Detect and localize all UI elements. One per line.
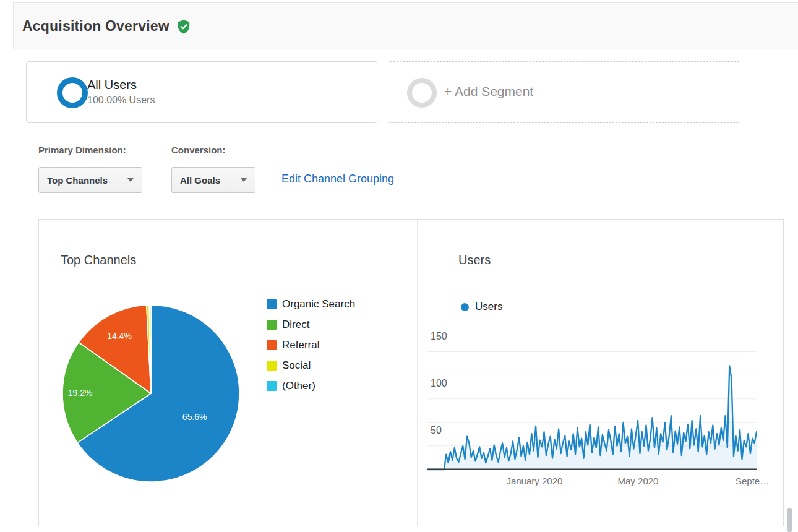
line-chart-area: 150 100 50 January 2020 May 2020 Septe… — [427, 327, 757, 470]
pie-chart: 65.6%19.2%14.4% — [61, 304, 241, 483]
legend-swatch-other — [267, 381, 277, 391]
primary-dimension-value: Top Channels — [47, 175, 108, 186]
page-header: Acquisition Overview — [13, 2, 798, 49]
legend-item: Organic Search — [267, 294, 355, 314]
conversion-value: All Goals — [180, 175, 220, 186]
segment-circle-icon-empty — [407, 78, 437, 108]
chevron-down-icon — [127, 178, 134, 182]
legend-swatch-direct — [267, 320, 277, 330]
conversion-label: Conversion: — [171, 145, 226, 155]
primary-dimension-label: Primary Dimension: — [38, 145, 126, 155]
x-axis-tick: May 2020 — [618, 476, 659, 486]
legend-item: Direct — [267, 314, 355, 335]
segment-card-all-users[interactable]: All Users 100.00% Users — [26, 61, 377, 123]
page-title: Acquisition Overview — [22, 18, 169, 35]
legend-swatch-social — [267, 361, 277, 371]
primary-dimension-dropdown[interactable]: Top Channels — [38, 167, 142, 193]
y-axis-tick: 50 — [431, 425, 442, 436]
svg-text:65.6%: 65.6% — [182, 412, 207, 422]
segment-circle-icon — [57, 77, 88, 108]
svg-text:14.4%: 14.4% — [107, 331, 132, 341]
pie-legend: Organic Search Direct Referral Social (O… — [267, 294, 355, 396]
legend-item: Social — [267, 355, 355, 375]
chevron-down-icon — [241, 178, 247, 182]
segment-subtitle: 100.00% Users — [87, 95, 155, 106]
charts-panel: Top Channels 65.6%19.2%14.4% Organic Sea… — [38, 219, 784, 526]
shield-check-icon — [176, 19, 192, 35]
panel-divider — [417, 220, 418, 526]
legend-swatch-referral — [267, 340, 277, 350]
y-axis-tick: 100 — [431, 378, 447, 389]
conversion-dropdown[interactable]: All Goals — [171, 167, 255, 193]
add-segment-label: + Add Segment — [444, 84, 533, 99]
segment-title: All Users — [87, 78, 137, 92]
legend-item: (Other) — [267, 375, 355, 396]
y-axis-tick: 150 — [431, 331, 447, 342]
edit-channel-grouping-link[interactable]: Edit Channel Grouping — [281, 173, 394, 186]
line-legend: Users — [461, 301, 502, 313]
legend-dot-users — [461, 303, 469, 311]
legend-item: Referral — [267, 335, 355, 355]
pie-chart-title: Top Channels — [61, 253, 136, 267]
legend-swatch-organic-search — [267, 299, 277, 309]
add-segment-button[interactable]: + Add Segment — [388, 61, 740, 123]
vertical-scrollbar-thumb[interactable] — [787, 508, 792, 532]
x-axis-tick: Septe… — [736, 476, 769, 486]
x-axis-tick: January 2020 — [506, 476, 562, 486]
line-chart — [427, 327, 757, 470]
svg-text:19.2%: 19.2% — [68, 388, 93, 398]
line-chart-title: Users — [458, 253, 491, 267]
